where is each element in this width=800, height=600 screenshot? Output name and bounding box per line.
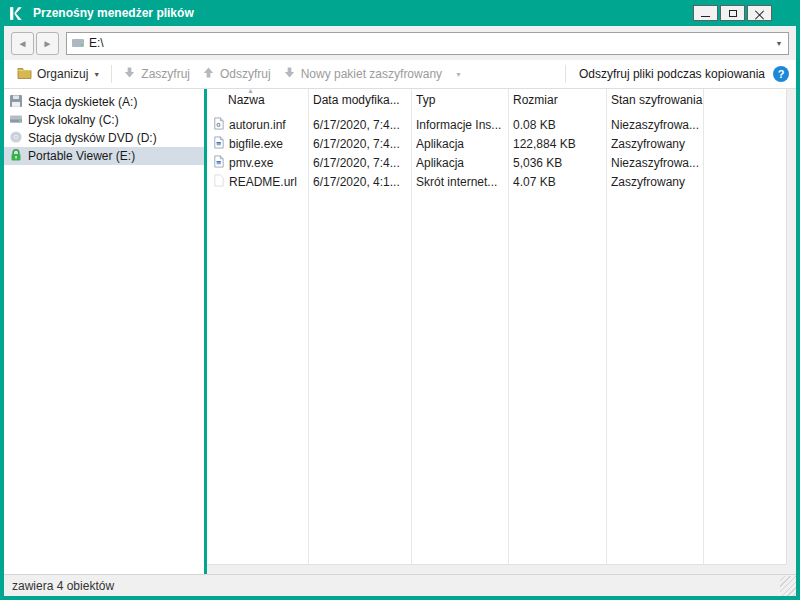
titlebar: Przenośny menedżer plików [0, 0, 800, 26]
column-header-type[interactable]: Typ [416, 89, 506, 111]
new-encrypted-package-button[interactable]: Nowy pakiet zaszyfrowany ▼ [277, 63, 468, 85]
column-header-modified[interactable]: Data modyfika... [313, 89, 408, 111]
decrypt-label: Odszyfruj [220, 67, 271, 81]
sidebar-item-dvd-d[interactable]: Stacja dysków DVD (D:) [4, 129, 204, 147]
content-area: Stacja dyskietek (A:) Dysk lokalny (C:) … [4, 89, 796, 574]
close-icon [755, 9, 764, 18]
column-header-name[interactable]: Nazwa [228, 89, 308, 111]
address-dropdown-button[interactable]: ▼ [770, 33, 788, 54]
help-button[interactable]: ? [773, 66, 789, 82]
toolbar: Organizuj ▼ Zaszyfruj Odszyfruj [4, 60, 796, 89]
dvd-drive-icon [9, 130, 23, 147]
toolbar-separator [111, 65, 112, 83]
url-file-icon [212, 174, 225, 190]
file-size: 0.08 KB [513, 115, 603, 134]
toolbar-separator [565, 65, 566, 83]
column-header-status[interactable]: Stan szyfrowania [611, 89, 706, 111]
folder-icon [17, 66, 32, 82]
decrypt-button[interactable]: Odszyfruj [196, 63, 277, 85]
horizontal-scrollbar[interactable] [207, 564, 786, 574]
chevron-down-icon: ▼ [93, 71, 100, 78]
close-button[interactable] [747, 5, 772, 21]
resize-grip[interactable] [780, 576, 796, 596]
vertical-scrollbar[interactable] [786, 89, 796, 564]
sidebar-item-local-c[interactable]: Dysk lokalny (C:) [4, 111, 204, 129]
window-body: ◄ ► E:\ ▼ Organizuj ▼ Zaszyfr [4, 26, 796, 596]
minimize-icon [701, 16, 710, 17]
file-row-bigfile[interactable]: bigfile.exe 6/17/2020, 7:4... Aplikacja … [207, 134, 786, 153]
sidebar-item-label: Stacja dysków DVD (D:) [28, 131, 157, 145]
forward-button[interactable]: ► [36, 32, 59, 55]
arrow-down-icon [123, 66, 136, 82]
decrypt-on-copy-option[interactable]: Odszyfruj pliki podczas kopiowania [579, 67, 765, 81]
file-type: Informacje Ins... [416, 115, 506, 134]
maximize-icon [729, 10, 737, 17]
setup-file-icon [212, 117, 225, 133]
file-modified: 6/17/2020, 7:4... [313, 153, 408, 172]
scrollbar-corner [786, 564, 796, 574]
app-window: Przenośny menedżer plików ◄ ► E:\ ▼ Orga [0, 0, 800, 600]
window-title: Przenośny menedżer plików [33, 6, 194, 20]
file-name: autorun.inf [229, 118, 286, 132]
toolbar-right-group: Odszyfruj pliki podczas kopiowania ? [560, 65, 789, 83]
file-modified: 6/17/2020, 4:1... [313, 172, 408, 191]
new-package-label: Nowy pakiet zaszyfrowany [301, 67, 442, 81]
maximize-button[interactable] [720, 5, 745, 21]
back-button[interactable]: ◄ [11, 32, 34, 55]
hard-drive-icon [9, 112, 23, 129]
file-row-autorun[interactable]: autorun.inf 6/17/2020, 7:4... Informacje… [207, 115, 786, 134]
file-modified: 6/17/2020, 7:4... [313, 115, 408, 134]
arrow-up-icon [202, 66, 215, 82]
window-controls [693, 5, 772, 21]
file-size: 5,036 KB [513, 153, 603, 172]
file-name: bigfile.exe [229, 137, 283, 151]
file-type: Aplikacja [416, 134, 506, 153]
kaspersky-logo-icon [8, 5, 25, 22]
application-file-icon [212, 155, 225, 171]
minimize-button[interactable] [693, 5, 718, 21]
sidebar-item-label: Dysk lokalny (C:) [28, 113, 119, 127]
file-size: 4.07 KB [513, 172, 603, 191]
sidebar-item-label: Portable Viewer (E:) [28, 149, 135, 163]
file-name: README.url [229, 175, 297, 189]
encrypted-drive-icon [9, 148, 23, 165]
sidebar-item-label: Stacja dyskietek (A:) [28, 95, 137, 109]
drive-list: Stacja dyskietek (A:) Dysk lokalny (C:) … [4, 89, 204, 574]
column-header-size[interactable]: Rozmiar [513, 89, 603, 111]
address-combobox[interactable]: E:\ ▼ [66, 32, 789, 55]
floppy-drive-icon [9, 94, 23, 111]
chevron-down-icon: ▼ [776, 40, 783, 47]
file-row-pmv[interactable]: pmv.exe 6/17/2020, 7:4... Aplikacja 5,03… [207, 153, 786, 172]
file-encryption-status: Niezaszyfrowa... [611, 153, 706, 172]
file-type: Skrót internet... [416, 172, 506, 191]
arrow-down-icon [283, 66, 296, 82]
organize-button[interactable]: Organizuj ▼ [11, 63, 106, 85]
file-encryption-status: Zaszyfrowany [611, 172, 706, 191]
file-encryption-status: Niezaszyfrowa... [611, 115, 706, 134]
file-modified: 6/17/2020, 7:4... [313, 134, 408, 153]
navigation-bar: ◄ ► E:\ ▼ [4, 26, 796, 60]
chevron-down-icon: ▼ [455, 71, 462, 78]
address-text: E:\ [89, 36, 770, 50]
file-row-readme[interactable]: README.url 6/17/2020, 4:1... Skrót inter… [207, 172, 786, 191]
back-icon: ◄ [18, 38, 28, 49]
help-icon: ? [778, 68, 785, 80]
status-text: zawiera 4 obiektów [12, 579, 114, 593]
drive-icon [72, 39, 84, 47]
sidebar-item-floppy-a[interactable]: Stacja dyskietek (A:) [4, 93, 204, 111]
encrypt-button[interactable]: Zaszyfruj [117, 63, 196, 85]
organize-label: Organizuj [37, 67, 88, 81]
file-type: Aplikacja [416, 153, 506, 172]
forward-icon: ► [43, 38, 53, 49]
file-rows: autorun.inf 6/17/2020, 7:4... Informacje… [207, 115, 786, 191]
encrypt-label: Zaszyfruj [141, 67, 190, 81]
sidebar-item-portable-e[interactable]: Portable Viewer (E:) [4, 147, 204, 165]
file-name: pmv.exe [229, 156, 273, 170]
file-encryption-status: Zaszyfrowany [611, 134, 706, 153]
file-list: ▲ Nazwa Data modyfika... Typ Rozmiar Sta… [207, 89, 796, 574]
status-bar: zawiera 4 obiektów [4, 574, 796, 596]
file-size: 122,884 KB [513, 134, 603, 153]
application-file-icon [212, 136, 225, 152]
